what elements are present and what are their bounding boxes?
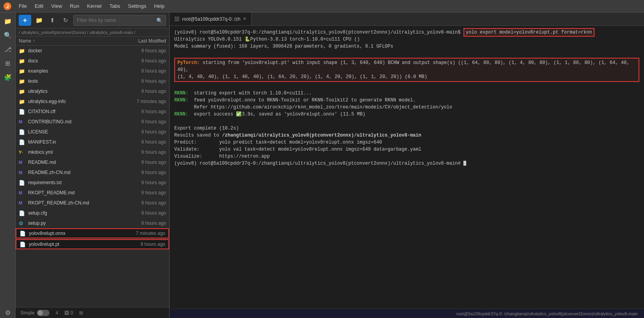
file-count: 4 [56, 310, 58, 316]
terminal-line-3: Model summary (fused): 168 layers, 30064… [174, 43, 639, 50]
file-panel-status: Simple 4 🖼 0 ⊞ [16, 307, 169, 318]
list-item[interactable]: 📄 LICENSE 9 hours ago [16, 127, 169, 137]
terminal-command-highlight: yolo export model=yolov8relupt.pt format… [464, 28, 594, 37]
grid-icon: ⊞ [79, 310, 83, 316]
toggle-track[interactable] [37, 310, 50, 316]
terminal-line-rknn1: RKNN: starting export with torch 1.10.0+… [174, 90, 639, 97]
file-icon: 📄 [19, 180, 26, 186]
terminal-tabs: ⬛ root@5a109cpddr37q-0: /zh ✕ [170, 12, 644, 26]
bold-path: /zhangtianqi/ultralytics_yolov8(ptconver… [222, 133, 421, 138]
file-status-icons: 🖼 0 [64, 310, 73, 316]
terminal-status-text: root@5a109cpddr37q-0: /zhangtianqi/ultra… [456, 311, 638, 316]
main-layout: 📁 🔍 ⎇ ⊞ 🧩 ⚙ + 📁 ⬆ ↻ 🔍 / ultralytics_yolo… [0, 12, 644, 318]
list-item-onnx[interactable]: 📄 yolov8relupt.onnx 7 minutes ago [16, 228, 169, 238]
terminal-tab-1[interactable]: ⬛ root@5a109cpddr37q-0: /zh ✕ [170, 12, 251, 25]
terminal-line-blank [174, 50, 639, 57]
file-icon: 📄 [19, 231, 27, 236]
sidebar-icon-git[interactable]: ⎇ [2, 44, 13, 55]
terminal-tab-icon: ⬛ [174, 16, 180, 21]
list-item[interactable]: M CONTRIBUTING.md 9 hours ago [16, 117, 169, 127]
list-item[interactable]: ⚙ setup.py 9 hours ago [16, 218, 169, 228]
terminal-line-blank3 [174, 118, 639, 125]
terminal-line-predict: Predict: yolo predict task=detect model=… [174, 139, 639, 146]
folder-icon: 📁 [19, 68, 26, 74]
file-panel: + 📁 ⬆ ↻ 🔍 / ultralytics_yolov8(ptconvert… [16, 12, 170, 318]
file-icon-m: M [19, 201, 26, 205]
col-name-header[interactable]: Name ↑ [19, 38, 119, 44]
terminal-tab-label: root@5a109cpddr37q-0: /zh [182, 16, 241, 22]
simple-label: Simple [20, 310, 35, 316]
file-icon: 📄 [19, 242, 27, 247]
terminal-line-blank2 [174, 83, 639, 90]
terminal-line-results: Results saved to /zhangtianqi/ultralytic… [174, 132, 639, 139]
file-icon: 📄 [19, 129, 26, 135]
list-item[interactable]: 📁 ultralytics 9 hours ago [16, 86, 169, 96]
menu-kernel[interactable]: Kernel [84, 2, 105, 10]
menu-help[interactable]: Help [151, 2, 168, 10]
terminal-panel: ⬛ root@5a109cpddr37q-0: /zh ✕ (yolov8) r… [170, 12, 644, 318]
rknn-label-1: RKNN: [174, 91, 188, 96]
terminal-content[interactable]: (yolov8) root@5a109cpddr37q-0:/zhangtian… [170, 26, 644, 309]
sidebar-icon-settings[interactable]: ⚙ [2, 307, 13, 318]
list-item[interactable]: 📄 MANIFEST.in 9 hours ago [16, 137, 169, 147]
refresh-button[interactable]: ↻ [60, 15, 71, 26]
terminal-line-rknn3: Refer https://github.com/airockchip/rknn… [174, 104, 639, 111]
menu-file[interactable]: File [16, 2, 30, 10]
menu-view[interactable]: View [48, 2, 65, 10]
col-modified-header[interactable]: Last Modified [119, 38, 166, 44]
breadcrumb-part1[interactable]: ultralytics_yolov8(ptconvert2onnx) [21, 30, 86, 35]
list-item[interactable]: M RKOPT_README.zh-CN.md 9 hours ago [16, 198, 169, 208]
file-icon-m: M [19, 160, 26, 165]
list-item[interactable]: M README.zh-CN.md 9 hours ago [16, 167, 169, 178]
sidebar-icon-table[interactable]: ⊞ [2, 58, 13, 69]
folder-icon: 📁 [19, 89, 26, 94]
breadcrumb: / ultralytics_yolov8(ptconvert2onnx) / u… [16, 28, 169, 37]
search-box: 🔍 [73, 15, 166, 26]
menu-run[interactable]: Run [67, 2, 82, 10]
file-icon-m: M [19, 190, 26, 195]
terminal-statusbar: root@5a109cpddr37q-0: /zhangtianqi/ultra… [170, 309, 644, 318]
rknn-label-3: RKNN: [174, 112, 188, 117]
list-item[interactable]: 📄 requirements.txt 9 hours ago [16, 178, 169, 188]
menu-tabs[interactable]: Tabs [106, 2, 123, 10]
list-item[interactable]: Y· mkdocs.yml 9 hours ago [16, 147, 169, 157]
list-item[interactable]: 📁 docker 9 hours ago [16, 46, 169, 56]
folder-icon: 📁 [19, 99, 26, 105]
file-icon: 📄 [19, 139, 26, 145]
terminal-line-2: Ultralytics YOLOv8.0.151 🐍Python-3.8.13 … [174, 36, 639, 43]
svg-text:J: J [6, 4, 9, 9]
file-icon: 📄 [19, 210, 26, 216]
search-input[interactable] [77, 18, 156, 23]
breadcrumb-part2[interactable]: ultralytics_yolov8-main [90, 30, 133, 35]
file-list-header: Name ↑ Last Modified [16, 37, 169, 46]
terminal-line-rknn2: RKNN: feed yolov8relupt.onnx to RKNN-Too… [174, 97, 639, 104]
sidebar-icon-folder[interactable]: 📁 [2, 16, 13, 27]
terminal-tab-close[interactable]: ✕ [243, 16, 246, 21]
list-item[interactable]: M README.md 9 hours ago [16, 157, 169, 167]
toggle-thumb [37, 310, 43, 316]
list-item[interactable]: 📄 CITATION.cff 9 hours ago [16, 107, 169, 117]
breadcrumb-root[interactable]: / [19, 30, 20, 35]
terminal-line-rknn4: RKNN: export success ✅3.9s, saved as 'yo… [174, 111, 639, 118]
search-icon: 🔍 [156, 18, 163, 23]
file-icon: 📄 [19, 109, 26, 115]
list-item-pt[interactable]: 📄 yolov8relupt.pt 9 hours ago [16, 239, 169, 249]
upload-button[interactable]: ⬆ [47, 15, 58, 26]
list-item[interactable]: 📁 ultralytics.egg-info 7 minutes ago [16, 96, 169, 107]
list-item[interactable]: 📄 setup.cfg 9 hours ago [16, 208, 169, 218]
pytorch-label: PyTorch: [177, 60, 200, 66]
rknn-label-2: RKNN: [174, 98, 188, 103]
sidebar-icon-extension[interactable]: 🧩 [2, 72, 13, 83]
new-folder-button[interactable]: 📁 [34, 15, 44, 26]
sidebar-icon-search[interactable]: 🔍 [2, 30, 13, 41]
new-file-button[interactable]: + [19, 15, 31, 26]
list-item[interactable]: 📁 examples 9 hours ago [16, 66, 169, 76]
breadcrumb-slash: / [134, 30, 135, 35]
menu-settings[interactable]: Settings [125, 2, 149, 10]
list-item[interactable]: M RKOPT_README.md 9 hours ago [16, 188, 169, 198]
file-icon-gear: ⚙ [19, 220, 26, 226]
list-item[interactable]: 📁 tests 9 hours ago [16, 76, 169, 86]
menu-edit[interactable]: Edit [32, 2, 46, 10]
list-item[interactable]: 📁 docs 9 hours ago [16, 56, 169, 66]
simple-toggle: Simple [20, 310, 50, 316]
